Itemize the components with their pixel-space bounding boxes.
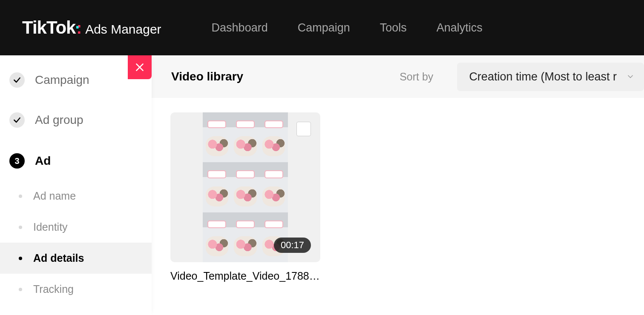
library-body: 00:17 Video_Template_Video_17884_… xyxy=(152,98,644,315)
step-ad-group[interactable]: Ad group xyxy=(0,106,152,134)
thumbnail-tile xyxy=(203,212,231,262)
top-nav: TikTok: Ads Manager Dashboard Campaign T… xyxy=(0,0,644,55)
library-header: Video library Sort by Creation time (Mos… xyxy=(152,55,644,98)
bullet-icon xyxy=(19,195,22,198)
video-card[interactable]: 00:17 Video_Template_Video_17884_… xyxy=(170,112,320,282)
bullet-icon xyxy=(19,226,22,229)
step-number-icon: 3 xyxy=(9,153,25,169)
thumbnail-tile xyxy=(203,112,231,162)
bullet-icon xyxy=(19,257,22,260)
subitem-label: Ad details xyxy=(33,252,84,264)
brand-colon-icon: : xyxy=(76,19,82,37)
thumbnail-tile xyxy=(259,112,288,162)
thumbnail-tile xyxy=(231,112,260,162)
thumbnail-tile xyxy=(231,212,260,262)
subitem-ad-details[interactable]: Ad details xyxy=(0,243,152,274)
primary-nav: Dashboard Campaign Tools Analytics xyxy=(212,21,483,34)
video-thumbnail[interactable]: 00:17 xyxy=(170,112,320,262)
thumbnail-tile xyxy=(259,162,288,212)
check-icon xyxy=(9,112,25,128)
subitem-label: Ad name xyxy=(33,190,76,202)
sort-select[interactable]: Creation time (Most to least r xyxy=(457,63,644,91)
video-filename: Video_Template_Video_17884_… xyxy=(170,270,320,282)
subitem-label: Identity xyxy=(33,221,68,233)
video-duration: 00:17 xyxy=(274,238,311,253)
subitem-ad-name[interactable]: Ad name xyxy=(0,180,152,212)
thumbnail-tile xyxy=(231,162,260,212)
subitem-identity[interactable]: Identity xyxy=(0,212,152,243)
nav-dashboard[interactable]: Dashboard xyxy=(212,21,268,34)
step-label: Campaign xyxy=(35,73,89,87)
brand-name: TikTok xyxy=(22,17,75,38)
brand-logo: TikTok: Ads Manager xyxy=(22,17,161,38)
main-panel: Video library Sort by Creation time (Mos… xyxy=(152,55,644,315)
step-subitems: Ad name Identity Ad details Tracking xyxy=(0,180,152,305)
workspace: Campaign Ad group 3 Ad Ad name Identity xyxy=(0,55,644,315)
sort-by-label: Sort by xyxy=(400,71,433,83)
select-checkbox[interactable] xyxy=(296,122,311,136)
sort-value: Creation time (Most to least r xyxy=(469,70,617,83)
nav-analytics[interactable]: Analytics xyxy=(437,21,483,34)
subitem-tracking[interactable]: Tracking xyxy=(0,274,152,305)
step-label: Ad xyxy=(35,154,51,168)
check-icon xyxy=(9,72,25,88)
library-title: Video library xyxy=(171,70,243,83)
close-button[interactable] xyxy=(128,55,152,79)
bullet-icon xyxy=(19,288,22,291)
thumbnail-tile xyxy=(203,162,231,212)
close-icon xyxy=(134,62,145,73)
nav-tools[interactable]: Tools xyxy=(380,21,407,34)
subitem-label: Tracking xyxy=(33,283,74,295)
step-ad[interactable]: 3 Ad xyxy=(0,147,152,175)
step-label: Ad group xyxy=(35,113,83,127)
chevron-down-icon xyxy=(626,72,635,81)
stepper-sidebar: Campaign Ad group 3 Ad Ad name Identity xyxy=(0,55,152,315)
brand-product: Ads Manager xyxy=(85,22,161,37)
nav-campaign[interactable]: Campaign xyxy=(298,21,350,34)
